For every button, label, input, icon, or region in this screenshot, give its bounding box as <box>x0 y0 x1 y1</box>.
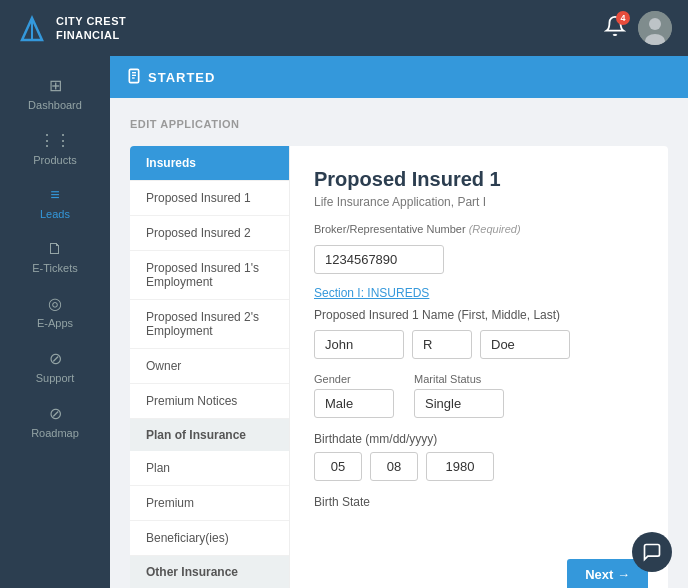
sidebar-item-products[interactable]: ⋮⋮ Products <box>0 121 110 176</box>
page-title: EDIT APPLICATION <box>130 118 668 130</box>
sidebar-label-support: Support <box>36 372 75 384</box>
sidebar-label-products: Products <box>33 154 76 166</box>
sidebar: ⊞ Dashboard ⋮⋮ Products ≡ Leads 🗋 E-Tick… <box>0 56 110 588</box>
marital-label: Marital Status <box>414 373 504 385</box>
nav-item-insureds[interactable]: Insureds <box>130 146 289 181</box>
sidebar-item-roadmap[interactable]: ⊘ Roadmap <box>0 394 110 449</box>
marital-field-group: Marital Status <box>414 373 504 418</box>
birth-year-input[interactable] <box>426 452 494 481</box>
broker-field-group: Broker/Representative Number (Required) <box>314 223 644 274</box>
broker-label: Broker/Representative Number (Required) <box>314 223 644 235</box>
main-layout: ⊞ Dashboard ⋮⋮ Products ≡ Leads 🗋 E-Tick… <box>0 56 688 588</box>
form-title: Proposed Insured 1 <box>314 168 644 191</box>
section-link[interactable]: Section I: INSUREDS <box>314 286 644 300</box>
notification-badge: 4 <box>616 11 630 25</box>
sidebar-item-dashboard[interactable]: ⊞ Dashboard <box>0 66 110 121</box>
sidebar-label-dashboard: Dashboard <box>28 99 82 111</box>
last-name-input[interactable] <box>480 330 570 359</box>
app-card: Insureds Proposed Insured 1 Proposed Ins… <box>130 146 668 588</box>
header-right: 4 <box>604 11 672 45</box>
app-nav: Insureds Proposed Insured 1 Proposed Ins… <box>130 146 290 588</box>
form-subtitle: Life Insurance Application, Part I <box>314 195 644 209</box>
eapps-icon: ◎ <box>48 294 62 313</box>
first-name-input[interactable] <box>314 330 404 359</box>
tab-bar: STARTED <box>110 56 688 98</box>
logo-area: CITY CREST FINANCIAL <box>16 12 126 44</box>
gender-input[interactable] <box>314 389 394 418</box>
birthdate-group: Birthdate (mm/dd/yyyy) <box>314 432 644 481</box>
form-area: Proposed Insured 1 Life Insurance Applic… <box>290 146 668 549</box>
broker-input[interactable] <box>314 245 444 274</box>
middle-name-input[interactable] <box>412 330 472 359</box>
support-icon: ⊘ <box>49 349 62 368</box>
sidebar-item-leads[interactable]: ≡ Leads <box>0 176 110 230</box>
gender-field-group: Gender <box>314 373 394 418</box>
marital-input[interactable] <box>414 389 504 418</box>
form-footer: Next → <box>290 549 668 588</box>
nav-item-proposed-insured-2-employment[interactable]: Proposed Insured 2's Employment <box>130 300 289 349</box>
birth-month-input[interactable] <box>314 452 362 481</box>
nav-item-beneficiaries[interactable]: Beneficiary(ies) <box>130 521 289 556</box>
nav-item-proposed-insured-2[interactable]: Proposed Insured 2 <box>130 216 289 251</box>
products-icon: ⋮⋮ <box>39 131 71 150</box>
nav-section-other-insurance[interactable]: Other Insurance <box>130 556 289 588</box>
nav-item-proposed-insured-1-employment[interactable]: Proposed Insured 1's Employment <box>130 251 289 300</box>
sidebar-label-roadmap: Roadmap <box>31 427 79 439</box>
sidebar-item-etickets[interactable]: 🗋 E-Tickets <box>0 230 110 284</box>
name-field-row <box>314 330 644 359</box>
form-container: Proposed Insured 1 Life Insurance Applic… <box>290 146 668 588</box>
roadmap-icon: ⊘ <box>49 404 62 423</box>
header: CITY CREST FINANCIAL 4 <box>0 0 688 56</box>
nav-item-premium[interactable]: Premium <box>130 486 289 521</box>
tab-label: STARTED <box>148 70 215 85</box>
nav-item-plan[interactable]: Plan <box>130 451 289 486</box>
chat-bubble[interactable] <box>632 532 672 572</box>
avatar[interactable] <box>638 11 672 45</box>
gender-label: Gender <box>314 373 394 385</box>
gender-marital-row: Gender Marital Status <box>314 373 644 418</box>
sidebar-label-etickets: E-Tickets <box>32 262 77 274</box>
nav-section-plan-of-insurance[interactable]: Plan of Insurance <box>130 419 289 451</box>
nav-item-proposed-insured-1[interactable]: Proposed Insured 1 <box>130 181 289 216</box>
tab-icon <box>126 68 142 87</box>
leads-icon: ≡ <box>50 186 59 204</box>
birthdate-row <box>314 452 644 481</box>
page-content: EDIT APPLICATION Insureds Proposed Insur… <box>110 98 688 588</box>
etickets-icon: 🗋 <box>47 240 63 258</box>
birth-state-label: Birth State <box>314 495 644 509</box>
sidebar-label-leads: Leads <box>40 208 70 220</box>
nav-item-owner[interactable]: Owner <box>130 349 289 384</box>
nav-item-premium-notices[interactable]: Premium Notices <box>130 384 289 419</box>
birth-day-input[interactable] <box>370 452 418 481</box>
dashboard-icon: ⊞ <box>49 76 62 95</box>
logo-icon <box>16 12 48 44</box>
name-note: Proposed Insured 1 Name (First, Middle, … <box>314 308 644 322</box>
content-area: STARTED EDIT APPLICATION Insureds Propos… <box>110 56 688 588</box>
logo-text: CITY CREST FINANCIAL <box>56 14 126 43</box>
sidebar-label-eapps: E-Apps <box>37 317 73 329</box>
notification-button[interactable]: 4 <box>604 15 626 41</box>
sidebar-item-eapps[interactable]: ◎ E-Apps <box>0 284 110 339</box>
svg-point-5 <box>649 18 661 30</box>
birthdate-label: Birthdate (mm/dd/yyyy) <box>314 432 644 446</box>
sidebar-item-support[interactable]: ⊘ Support <box>0 339 110 394</box>
